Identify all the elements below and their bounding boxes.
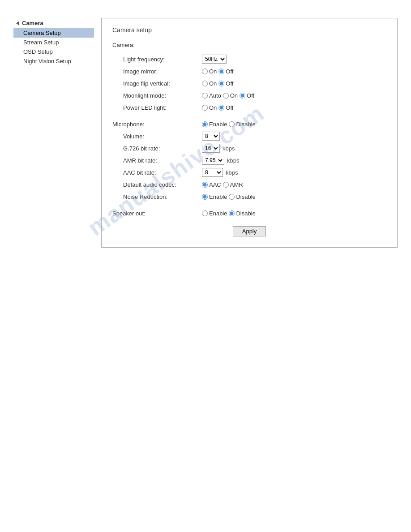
speaker-out-controls: Enable Disable [202,210,256,217]
speaker-out-enable-option[interactable]: Enable [202,210,227,217]
amr-kbps-label: kbps [227,157,239,164]
section-divider-2 [112,204,386,208]
speaker-out-label: Speaker out: [112,210,202,217]
sidebar-item-camera-setup[interactable]: Camera Setup [13,28,94,38]
noise-reduction-row: Noise Reduction: Enable Disable [112,192,386,202]
volume-row: Volume: 1 2 3 4 5 6 7 8 9 10 [112,131,386,141]
image-flip-on-radio[interactable] [202,81,208,86]
default-codec-aac-label: AAC [209,181,221,188]
apply-btn-row: Apply [112,226,386,236]
image-mirror-off-radio[interactable] [218,69,224,74]
speaker-out-disable-option[interactable]: Disable [229,210,255,217]
amr-bitrate-select[interactable]: 4.75 5.15 5.9 6.7 7.4 7.95 10.2 12.2 [202,156,224,165]
panel-title: Camera setup [112,26,386,34]
aac-bitrate-label: AAC bit rate: [112,169,202,176]
image-flip-off-radio[interactable] [218,81,224,86]
noise-reduction-enable-radio[interactable] [202,194,208,200]
g726-bitrate-label: G.726 bit rate: [112,145,202,152]
moonlight-auto-option[interactable]: Auto [202,92,221,99]
light-frequency-label: Light frequency: [112,56,202,63]
sidebar-category-camera[interactable]: Camera [13,18,94,28]
noise-reduction-label: Noise Reduction: [112,193,202,200]
image-mirror-on-option[interactable]: On [202,68,217,75]
sidebar-item-stream-setup[interactable]: Stream Setup [13,38,94,47]
image-flip-row: Image flip vertical: On Off [112,78,386,88]
default-codec-amr-option[interactable]: AMR [223,181,243,188]
power-led-off-radio[interactable] [218,105,224,111]
g726-bitrate-row: G.726 bit rate: 8 16 24 32 kbps [112,143,386,153]
volume-label: Volume: [112,133,202,140]
image-mirror-on-radio[interactable] [202,69,208,74]
moonlight-off-option[interactable]: Off [240,92,254,99]
aac-kbps-label: kbps [226,169,238,176]
moonlight-auto-radio[interactable] [202,93,208,99]
microphone-enable-option[interactable]: Enable [202,121,227,128]
microphone-disable-label: Disable [236,121,255,128]
sidebar: Camera Camera Setup Stream Setup OSD Set… [13,18,94,248]
noise-reduction-controls: Enable Disable [202,193,256,200]
camera-section-row: Camera: [112,40,386,52]
section-divider-1 [112,115,386,119]
default-codec-aac-radio[interactable] [202,182,208,188]
default-codec-amr-label: AMR [230,181,243,188]
microphone-enable-label: Enable [209,121,227,128]
default-audio-codec-controls: AAC AMR [202,181,243,188]
image-mirror-label: Image mirror: [112,68,202,75]
noise-reduction-disable-radio[interactable] [229,194,235,200]
speaker-out-enable-radio[interactable] [202,210,208,216]
image-mirror-off-label: Off [226,68,233,75]
volume-select[interactable]: 1 2 3 4 5 6 7 8 9 10 [202,132,220,141]
noise-reduction-enable-option[interactable]: Enable [202,193,227,200]
speaker-out-enable-label: Enable [209,210,227,217]
microphone-section-row: Microphone: Enable Disable [112,119,386,129]
microphone-disable-radio[interactable] [229,121,235,127]
camera-section-label: Camera: [112,42,202,48]
image-flip-controls: On Off [202,80,233,87]
microphone-enable-radio[interactable] [202,121,208,127]
moonlight-on-label: On [230,92,238,99]
noise-reduction-disable-option[interactable]: Disable [229,193,255,200]
g726-bitrate-select[interactable]: 8 16 24 32 [202,144,220,153]
noise-reduction-enable-label: Enable [209,193,227,200]
moonlight-off-radio[interactable] [240,93,245,99]
microphone-controls: Enable Disable [202,121,256,128]
aac-bitrate-controls: 8 16 32 64 128 kbps [202,168,238,177]
moonlight-mode-controls: Auto On Off [202,92,254,99]
image-mirror-off-option[interactable]: Off [218,68,233,75]
default-codec-amr-radio[interactable] [223,182,229,188]
speaker-out-disable-radio[interactable] [229,210,235,216]
default-audio-codec-label: Default audio codec: [112,181,202,188]
moonlight-auto-label: Auto [209,92,221,99]
noise-reduction-disable-label: Disable [236,193,255,200]
image-flip-label: Image flip vertical: [112,80,202,87]
g726-bitrate-controls: 8 16 24 32 kbps [202,144,235,153]
power-led-label: Power LED light: [112,104,202,111]
default-codec-aac-option[interactable]: AAC [202,181,221,188]
aac-bitrate-select[interactable]: 8 16 32 64 128 [202,168,223,177]
power-led-on-option[interactable]: On [202,104,217,111]
microphone-disable-option[interactable]: Disable [229,121,255,128]
power-led-on-label: On [209,104,217,111]
moonlight-mode-label: Moonlight mode: [112,92,202,99]
power-led-on-radio[interactable] [202,105,208,111]
light-frequency-select[interactable]: 50Hz 60Hz [202,55,227,64]
image-mirror-on-label: On [209,68,217,75]
sidebar-item-osd-setup[interactable]: OSD Setup [13,47,94,56]
sidebar-arrow-icon [16,21,19,26]
main-panel: Camera setup Camera: Light frequency: 50… [101,18,398,248]
moonlight-on-radio[interactable] [223,93,229,99]
power-led-row: Power LED light: On Off [112,103,386,112]
sidebar-item-night-vision-setup[interactable]: Night Vision Setup [13,56,94,66]
apply-button[interactable]: Apply [233,226,266,236]
sidebar-items: Camera Setup Stream Setup OSD Setup Nigh… [13,28,94,66]
moonlight-on-option[interactable]: On [223,92,238,99]
image-flip-off-option[interactable]: Off [218,80,233,87]
speaker-out-row: Speaker out: Enable Disable [112,208,386,218]
amr-bitrate-label: AMR bit rate: [112,157,202,164]
power-led-controls: On Off [202,104,233,111]
power-led-off-option[interactable]: Off [218,104,233,111]
image-flip-on-option[interactable]: On [202,80,217,87]
moonlight-off-label: Off [247,92,254,99]
amr-bitrate-row: AMR bit rate: 4.75 5.15 5.9 6.7 7.4 7.95… [112,155,386,165]
g726-kbps-label: kbps [223,145,235,152]
